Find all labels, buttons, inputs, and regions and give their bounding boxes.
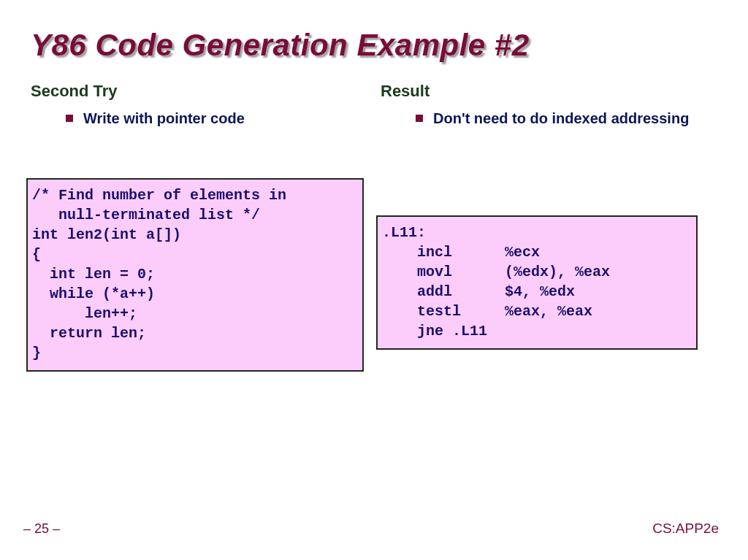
left-heading: Second Try — [31, 82, 367, 101]
right-column: Result Don't need to do indexed addressi… — [381, 82, 717, 135]
slide-title: Y86 Code Generation Example #2 — [31, 28, 717, 63]
page-number: – 25 – — [23, 521, 60, 537]
footer-brand: CS:APP2e — [652, 521, 719, 537]
left-column: Second Try Write with pointer code — [31, 82, 367, 135]
c-code-box: /* Find number of elements in null-termi… — [26, 178, 364, 372]
right-bullet-text: Don't need to do indexed addressing — [433, 110, 689, 128]
slide: Y86 Code Generation Example #2 Second Tr… — [0, 0, 748, 560]
left-bullet-row: Write with pointer code — [66, 110, 367, 128]
right-heading: Result — [381, 82, 717, 101]
right-bullet-row: Don't need to do indexed addressing — [416, 110, 717, 128]
columns: Second Try Write with pointer code Resul… — [31, 82, 717, 135]
left-bullet-text: Write with pointer code — [83, 110, 245, 128]
square-bullet-icon — [66, 115, 73, 122]
square-bullet-icon — [416, 115, 423, 122]
assembly-code-box: .L11: incl %ecx movl (%edx), %eax addl $… — [376, 215, 698, 350]
